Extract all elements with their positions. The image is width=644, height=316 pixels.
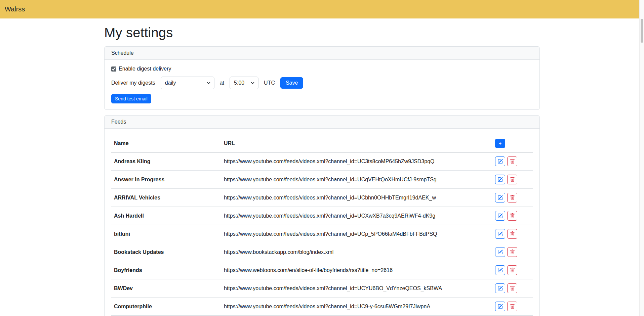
feed-name-cell: Computerphile: [111, 298, 221, 316]
at-label: at: [220, 80, 224, 86]
save-button[interactable]: Save: [280, 77, 303, 89]
chevron-down-icon: [207, 81, 210, 84]
feed-name: bitluni: [114, 231, 130, 237]
enable-digest-checkbox[interactable]: [111, 66, 116, 72]
delete-feed-button[interactable]: [507, 193, 517, 202]
navbar-brand[interactable]: Walrss: [5, 5, 25, 13]
delete-feed-button[interactable]: [507, 175, 517, 184]
edit-feed-button[interactable]: [495, 283, 505, 293]
feed-name: Answer In Progress: [114, 177, 164, 182]
feed-name: ARRIVAL Vehicles: [114, 195, 160, 200]
feed-name: BWDev: [114, 285, 133, 291]
table-row: BWDev https://www.youtube.com/feeds/vide…: [111, 279, 533, 298]
enable-digest-row: Enable digest delivery: [111, 66, 533, 72]
feed-name-cell: Ash Hardell: [111, 207, 221, 225]
pencil-square-icon: [498, 304, 503, 309]
delete-feed-button[interactable]: [507, 302, 517, 311]
feed-url-cell: https://www.youtube.com/feeds/videos.xml…: [221, 152, 492, 171]
edit-feed-button[interactable]: [495, 211, 505, 221]
edit-feed-button[interactable]: [495, 229, 505, 239]
frequency-selected-value: daily: [165, 80, 176, 86]
trash-icon: [510, 159, 515, 164]
pencil-square-icon: [498, 268, 503, 273]
chevron-down-icon: [251, 81, 254, 84]
feed-name-cell: bitluni: [111, 225, 221, 243]
feed-url-cell: https://www.bookstackapp.com/blog/index.…: [221, 243, 492, 261]
pencil-square-icon: [498, 159, 503, 164]
feeds-card: Feeds Name URL + Andreas Kling https://w…: [104, 115, 540, 316]
feed-name-cell: Answer In Progress: [111, 171, 221, 189]
delete-feed-button[interactable]: [507, 229, 517, 239]
feed-url-cell: https://www.youtube.com/feeds/videos.xml…: [221, 225, 492, 243]
feed-actions-cell: [492, 189, 533, 207]
feed-url: https://www.youtube.com/feeds/videos.xml…: [224, 177, 437, 182]
feed-url: https://www.youtube.com/feeds/videos.xml…: [224, 285, 442, 291]
edit-feed-button[interactable]: [495, 247, 505, 257]
trash-icon: [510, 195, 515, 200]
delete-feed-button[interactable]: [507, 265, 517, 275]
pencil-square-icon: [498, 177, 503, 182]
scrollbar-thumb[interactable]: [641, 19, 643, 43]
table-header-row: Name URL +: [111, 135, 533, 152]
feed-url-cell: https://www.youtube.com/feeds/videos.xml…: [221, 171, 492, 189]
timezone-label: UTC: [264, 80, 275, 86]
delete-feed-button[interactable]: [507, 283, 517, 293]
time-select[interactable]: 5:00: [230, 77, 258, 89]
trash-icon: [510, 304, 515, 309]
delete-feed-button[interactable]: [507, 156, 517, 166]
edit-feed-button[interactable]: [495, 175, 505, 184]
feed-actions-cell: [492, 243, 533, 261]
pencil-square-icon: [498, 231, 503, 236]
trash-icon: [510, 177, 515, 182]
test-email-row: Send test email: [111, 94, 533, 103]
table-row: Computerphile https://www.youtube.com/fe…: [111, 298, 533, 316]
table-row: ARRIVAL Vehicles https://www.youtube.com…: [111, 189, 533, 207]
pencil-square-icon: [498, 195, 503, 200]
feed-name-cell: ARRIVAL Vehicles: [111, 189, 221, 207]
column-header-name: Name: [111, 135, 221, 152]
feed-actions-cell: [492, 298, 533, 316]
vertical-scrollbar[interactable]: [639, 0, 644, 316]
delete-feed-button[interactable]: [507, 247, 517, 257]
deliver-label: Deliver my digests: [111, 80, 155, 86]
feed-url: https://www.youtube.com/feeds/videos.xml…: [224, 195, 436, 200]
feed-url: https://www.youtube.com/feeds/videos.xml…: [224, 304, 430, 309]
edit-feed-button[interactable]: [495, 193, 505, 202]
feed-url: https://www.bookstackapp.com/blog/index.…: [224, 249, 333, 255]
add-feed-button[interactable]: +: [495, 139, 505, 148]
column-header-url: URL: [221, 135, 492, 152]
trash-icon: [510, 231, 515, 236]
feed-name: Ash Hardell: [114, 213, 144, 219]
feed-url-cell: https://www.youtube.com/feeds/videos.xml…: [221, 207, 492, 225]
feed-url: https://www.youtube.com/feeds/videos.xml…: [224, 159, 435, 164]
frequency-select[interactable]: daily: [161, 77, 214, 89]
delete-feed-button[interactable]: [507, 211, 517, 221]
feed-name: Boyfriends: [114, 267, 142, 273]
schedule-card-header: Schedule: [105, 47, 539, 60]
enable-digest-label: Enable digest delivery: [119, 66, 171, 72]
edit-feed-button[interactable]: [495, 156, 505, 166]
table-row: Ash Hardell https://www.youtube.com/feed…: [111, 207, 533, 225]
pencil-square-icon: [498, 250, 503, 255]
table-row: Boyfriends https://www.webtoons.com/en/s…: [111, 261, 533, 279]
feed-actions-cell: [492, 279, 533, 298]
schedule-card: Schedule Enable digest delivery Deliver …: [104, 46, 540, 110]
feed-name-cell: Bookstack Updates: [111, 243, 221, 261]
trash-icon: [510, 268, 515, 273]
feed-name: Computerphile: [114, 304, 152, 309]
feed-actions-cell: [492, 225, 533, 243]
feeds-card-header: Feeds: [105, 116, 539, 129]
feeds-table-body: Andreas Kling https://www.youtube.com/fe…: [111, 152, 533, 316]
feed-url-cell: https://www.youtube.com/feeds/videos.xml…: [221, 298, 492, 316]
trash-icon: [510, 286, 515, 291]
edit-feed-button[interactable]: [495, 302, 505, 311]
page-title: My settings: [104, 25, 540, 40]
feed-url: https://www.youtube.com/feeds/videos.xml…: [224, 231, 437, 237]
schedule-controls-row: Deliver my digests daily at 5:00 UTC Sav…: [111, 77, 533, 89]
send-test-email-button[interactable]: Send test email: [111, 94, 151, 103]
table-row: Andreas Kling https://www.youtube.com/fe…: [111, 152, 533, 171]
edit-feed-button[interactable]: [495, 265, 505, 275]
trash-icon: [510, 250, 515, 255]
feed-url-cell: https://www.webtoons.com/en/slice-of-lif…: [221, 261, 492, 279]
feed-url: https://www.youtube.com/feeds/videos.xml…: [224, 213, 435, 219]
